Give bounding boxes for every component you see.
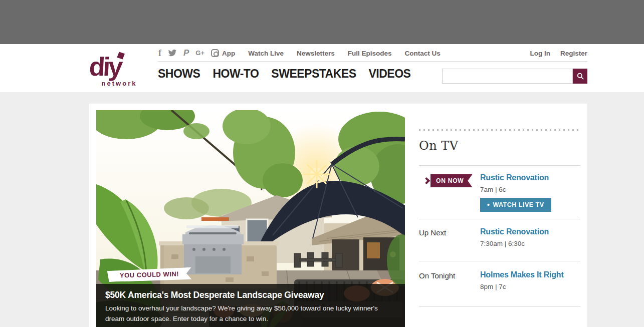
on-tonight-time: 8pm | 7c <box>480 283 580 290</box>
on-tv-module: On TV ON NOW Rustic Renovation 7am | 6c … <box>419 129 580 327</box>
utility-link-newsletters[interactable]: Newsletters <box>297 50 335 57</box>
watch-live-tv-button[interactable]: • WATCH LIVE TV <box>480 198 551 212</box>
hero-caption: $50K America's Most Desperate Landscape … <box>96 284 405 327</box>
watch-live-tv-label: WATCH LIVE TV <box>493 201 544 208</box>
content-card: YOU COULD WIN! $50K America's Most Despe… <box>89 104 587 327</box>
nav-item-how-to[interactable]: HOW-TO <box>212 67 259 81</box>
search-icon <box>576 72 584 80</box>
logo-wordmark: diy <box>89 55 150 79</box>
social-links: f P G+ <box>158 48 219 59</box>
hero-promo[interactable]: YOU COULD WIN! $50K America's Most Despe… <box>96 110 405 327</box>
utility-nav: App Watch Live Newsletters Full Episodes… <box>222 50 441 57</box>
search-bar <box>442 69 587 84</box>
hero-title-link[interactable]: $50K America's Most Desperate Landscape … <box>105 290 396 300</box>
utility-link-full-episodes[interactable]: Full Episodes <box>348 50 392 57</box>
google-plus-icon[interactable]: G+ <box>195 49 204 58</box>
on-now-show-link[interactable]: Rustic Renovation <box>480 173 549 182</box>
on-tonight-label: On Tonight <box>419 271 455 280</box>
divider <box>419 306 580 307</box>
on-tonight-show-link[interactable]: Holmes Makes It Right <box>480 270 564 279</box>
hero-description: Looking to overhaul your landscape? We'r… <box>105 303 381 324</box>
diy-network-logo[interactable]: diy network <box>89 55 149 87</box>
up-next-content: Rustic Renovation 7:30am | 6:30c <box>480 227 580 252</box>
log-in-link[interactable]: Log In <box>530 50 550 57</box>
ribbon-chevron-icon <box>423 177 430 184</box>
pinterest-icon[interactable]: P <box>183 49 189 58</box>
site-header: diy network f P G+ App Watch Live Newsle… <box>0 44 644 92</box>
primary-nav: SHOWS HOW-TO SWEEPSTAKES VIDEOS <box>158 67 410 81</box>
facebook-icon[interactable]: f <box>158 49 161 58</box>
on-now-content: Rustic Renovation 7am | 6c • WATCH LIVE … <box>480 173 580 212</box>
utility-link-watch-live[interactable]: Watch Live <box>248 50 284 57</box>
on-now-label-col: ON NOW <box>419 173 480 212</box>
header-divider <box>158 61 587 62</box>
bullet-icon: • <box>487 202 490 207</box>
nav-item-sweepstakes[interactable]: SWEEPSTAKES <box>271 67 356 81</box>
account-nav: Log In Register <box>530 50 587 57</box>
instagram-glyph <box>211 49 219 57</box>
up-next-label-col: Up Next <box>419 227 480 252</box>
up-next-row: Up Next Rustic Renovation 7:30am | 6:30c <box>419 219 580 261</box>
register-link[interactable]: Register <box>560 50 587 57</box>
nav-item-videos[interactable]: VIDEOS <box>368 67 410 81</box>
on-now-time: 7am | 6c <box>480 186 580 193</box>
on-tv-heading: On TV <box>419 139 580 153</box>
on-now-row: ON NOW Rustic Renovation 7am | 6c • WATC… <box>419 166 580 219</box>
on-tonight-label-col: On Tonight <box>419 270 480 295</box>
nav-item-shows[interactable]: SHOWS <box>158 67 200 81</box>
utility-link-contact-us[interactable]: Contact Us <box>405 50 441 57</box>
search-button[interactable] <box>573 69 587 84</box>
on-tonight-content: Holmes Makes It Right 8pm | 7c <box>480 270 580 295</box>
utility-link-app[interactable]: App <box>222 50 235 57</box>
twitter-icon[interactable] <box>168 49 177 58</box>
on-tonight-row: On Tonight Holmes Makes It Right 8pm | 7… <box>419 261 580 306</box>
instagram-icon[interactable] <box>211 49 219 58</box>
on-now-badge: ON NOW <box>424 174 472 187</box>
up-next-label: Up Next <box>419 228 446 237</box>
up-next-time: 7:30am | 6:30c <box>480 240 580 247</box>
on-now-badge-label: ON NOW <box>431 174 472 187</box>
search-input[interactable] <box>442 69 573 84</box>
dotted-divider <box>419 129 580 131</box>
top-ad-bar <box>0 0 644 44</box>
up-next-show-link[interactable]: Rustic Renovation <box>480 227 549 236</box>
